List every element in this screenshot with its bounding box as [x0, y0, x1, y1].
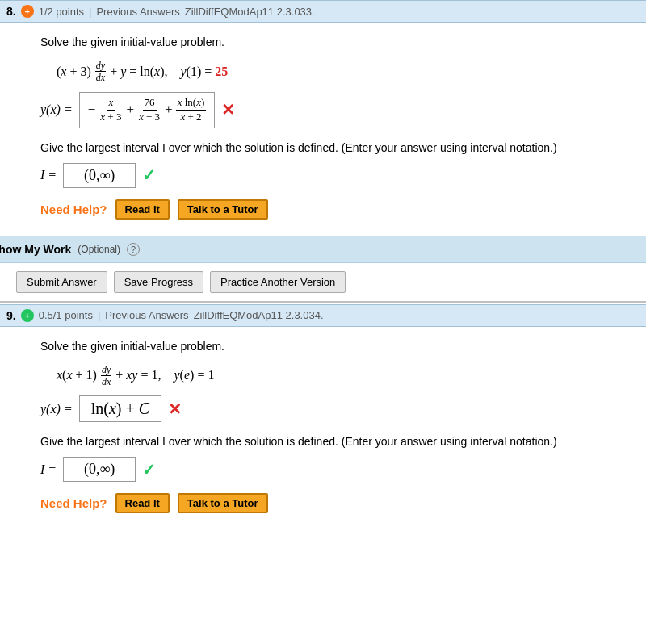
save-progress-button[interactable]: Save Progress — [114, 271, 203, 293]
problem-9-read-it-button[interactable]: Read It — [115, 493, 170, 513]
show-work-optional: (Optional) — [78, 244, 120, 255]
problem-8-answer-row: y(x) = − x x + 3 + 76 x + 3 + — [40, 92, 630, 128]
problem-8-prev: Previous Answers — [96, 6, 179, 18]
problem-8-statement: Solve the given initial-value problem. — [40, 36, 630, 48]
problem-9-interval-row: I = (0,∞) ✓ — [40, 457, 630, 482]
problem-9-id: ZillDiffEQModAp11 2.3.034. — [194, 309, 324, 321]
problem-8-interval-row: I = (0,∞) ✓ — [40, 163, 630, 188]
problem-8-number: 8. — [6, 5, 16, 18]
problem-8-id: ZillDiffEQModAp11 2.3.033. — [185, 6, 315, 18]
problem-9-need-help: Need Help? Read It Talk to a Tutor — [40, 493, 630, 513]
problem-9-number: 9. — [6, 309, 16, 322]
problem-9-prev: Previous Answers — [105, 309, 188, 321]
problem-8-body: Solve the given initial-value problem. (… — [0, 23, 646, 236]
submit-answer-button[interactable]: Submit Answer — [16, 271, 107, 293]
show-work-label: Show My Work — [0, 243, 71, 256]
problem-9-interval-text: Give the largest interval I over which t… — [40, 433, 630, 450]
problem-8-interval-label: I = — [40, 168, 57, 182]
problem-9-need-help-label: Need Help? — [40, 496, 107, 510]
problem-9-statement: Solve the given initial-value problem. — [40, 340, 630, 353]
problem-9: 9. + 0.5/1 points | Previous Answers Zil… — [0, 304, 646, 530]
problem-9-points: 0.5/1 points — [39, 309, 93, 321]
problem-8-interval-text: Give the largest interval I over which t… — [40, 140, 630, 157]
problem-9-answer-box[interactable]: ln(x) + C — [79, 395, 162, 422]
problem-8-answer-label: y(x) = — [40, 102, 73, 117]
problem-8-interval-box[interactable]: (0,∞) — [63, 163, 136, 188]
problem-8-interval-value: (0,∞) — [84, 167, 115, 183]
problem-9-equation: x(x + 1) dy dx + xy = 1, y(e) = 1 — [57, 364, 630, 388]
problem-9-answer-label: y(x) = — [40, 402, 73, 416]
problem-8-show-work-bar[interactable]: ⊞ Show My Work (Optional) ? — [0, 236, 646, 263]
problem-8-need-help: Need Help? Read It Talk to a Tutor — [40, 199, 630, 220]
problem-9-interval-label: I = — [40, 462, 57, 477]
problem-8-action-bar: Submit Answer Save Progress Practice Ano… — [0, 263, 646, 303]
problem-9-sep: | — [98, 309, 100, 321]
problem-container: 8. + 1/2 points | Previous Answers ZillD… — [0, 0, 646, 529]
problem-8-sep: | — [89, 6, 91, 18]
problem-9-interval-correct-icon: ✓ — [142, 460, 156, 479]
problem-8-interval-correct-icon: ✓ — [142, 165, 156, 185]
problem-8-badge: + — [21, 5, 34, 18]
problem-8-answer-box[interactable]: − x x + 3 + 76 x + 3 + x ln(x) — [79, 92, 216, 128]
problem-9-interval-box[interactable]: (0,∞) — [63, 457, 136, 482]
problem-9-badge: + — [21, 309, 34, 322]
problem-9-answer-row: y(x) = ln(x) + C ✕ — [40, 395, 630, 422]
problem-8-read-it-button[interactable]: Read It — [115, 199, 170, 220]
problem-8: 8. + 1/2 points | Previous Answers ZillD… — [0, 0, 646, 303]
problem-8-header: 8. + 1/2 points | Previous Answers ZillD… — [0, 0, 646, 23]
problem-8-answer-incorrect-icon: ✕ — [221, 100, 235, 119]
problem-8-equation: (x + 3) dy dx + y = ln(x), y(1) = 25 — [57, 60, 630, 84]
problem-9-talk-tutor-button[interactable]: Talk to a Tutor — [178, 493, 268, 513]
problem-8-talk-tutor-button[interactable]: Talk to a Tutor — [178, 199, 268, 220]
practice-another-button[interactable]: Practice Another Version — [210, 271, 346, 293]
show-work-help-icon[interactable]: ? — [127, 243, 140, 256]
problem-9-header: 9. + 0.5/1 points | Previous Answers Zil… — [0, 304, 646, 327]
problem-9-body: Solve the given initial-value problem. x… — [0, 327, 646, 530]
problem-8-need-help-label: Need Help? — [40, 203, 107, 216]
problem-8-points: 1/2 points — [39, 6, 84, 18]
problem-9-answer-incorrect-icon: ✕ — [168, 399, 182, 419]
problem-9-interval-value: (0,∞) — [84, 461, 115, 477]
